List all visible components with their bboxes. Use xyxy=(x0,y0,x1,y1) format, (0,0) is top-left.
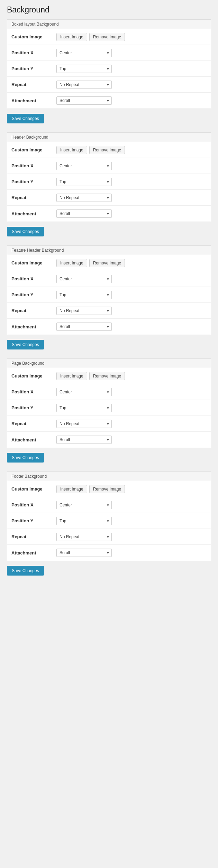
save-changes-button-page[interactable]: Save Changes xyxy=(7,453,44,463)
position-y-row-page: Position YTopCenterBottom▼ xyxy=(7,400,211,416)
repeat-row-boxed: RepeatNo RepeatRepeatRepeat XRepeat Y▼ xyxy=(7,77,211,93)
attachment-select-wrap-feature-header: ScrollFixed▼ xyxy=(56,323,112,331)
attachment-row-page: AttachmentScrollFixed▼ xyxy=(7,432,211,448)
attachment-select-feature-header[interactable]: ScrollFixed xyxy=(56,323,112,331)
repeat-row-header: RepeatNo RepeatRepeatRepeat XRepeat Y▼ xyxy=(7,190,211,206)
insert-image-button-boxed[interactable]: Insert Image xyxy=(56,33,87,41)
repeat-label-header: Repeat xyxy=(11,195,56,200)
position-x-select-footer[interactable]: LeftCenterRight xyxy=(56,501,112,509)
attachment-row-boxed: AttachmentScrollFixed▼ xyxy=(7,93,211,109)
save-changes-button-boxed[interactable]: Save Changes xyxy=(7,114,44,123)
custom-image-row-footer: Custom ImageInsert ImageRemove Image xyxy=(7,481,211,497)
custom-image-label-page: Custom Image xyxy=(11,373,56,379)
repeat-select-feature-header[interactable]: No RepeatRepeatRepeat XRepeat Y xyxy=(56,307,112,315)
custom-image-row-header: Custom ImageInsert ImageRemove Image xyxy=(7,142,211,158)
attachment-row-header: AttachmentScrollFixed▼ xyxy=(7,206,211,222)
position-y-select-wrap-header: TopCenterBottom▼ xyxy=(56,178,112,186)
custom-image-label-footer: Custom Image xyxy=(11,486,56,492)
repeat-control-feature-header: No RepeatRepeatRepeat XRepeat Y▼ xyxy=(56,307,207,315)
position-y-select-boxed[interactable]: TopCenterBottom xyxy=(56,65,112,73)
position-x-select-feature-header[interactable]: LeftCenterRight xyxy=(56,275,112,283)
position-y-row-footer: Position YTopCenterBottom▼ xyxy=(7,513,211,529)
attachment-select-boxed[interactable]: ScrollFixed xyxy=(56,96,112,105)
position-y-label-footer: Position Y xyxy=(11,518,56,523)
position-y-select-wrap-feature-header: TopCenterBottom▼ xyxy=(56,291,112,299)
position-y-label-page: Position Y xyxy=(11,405,56,410)
custom-image-control-page: Insert ImageRemove Image xyxy=(56,372,207,380)
position-y-select-feature-header[interactable]: TopCenterBottom xyxy=(56,291,112,299)
insert-image-button-footer[interactable]: Insert Image xyxy=(56,485,87,493)
attachment-control-boxed: ScrollFixed▼ xyxy=(56,96,207,105)
attachment-select-footer[interactable]: ScrollFixed xyxy=(56,549,112,557)
insert-image-button-header[interactable]: Insert Image xyxy=(56,146,87,154)
repeat-select-boxed[interactable]: No RepeatRepeatRepeat XRepeat Y xyxy=(56,81,112,89)
attachment-select-page[interactable]: ScrollFixed xyxy=(56,436,112,444)
position-x-row-page: Position XLeftCenterRight▼ xyxy=(7,384,211,400)
section-header-page: Page Background xyxy=(7,359,211,368)
remove-image-button-boxed[interactable]: Remove Image xyxy=(89,33,125,41)
repeat-select-header[interactable]: No RepeatRepeatRepeat XRepeat Y xyxy=(56,194,112,202)
custom-image-control-boxed: Insert ImageRemove Image xyxy=(56,33,207,41)
repeat-control-header: No RepeatRepeatRepeat XRepeat Y▼ xyxy=(56,194,207,202)
repeat-row-page: RepeatNo RepeatRepeatRepeat XRepeat Y▼ xyxy=(7,416,211,432)
attachment-control-footer: ScrollFixed▼ xyxy=(56,549,207,557)
custom-image-control-footer: Insert ImageRemove Image xyxy=(56,485,207,493)
attachment-select-header[interactable]: ScrollFixed xyxy=(56,209,112,218)
save-changes-button-footer[interactable]: Save Changes xyxy=(7,566,44,576)
position-y-control-page: TopCenterBottom▼ xyxy=(56,404,207,412)
position-x-select-wrap-header: LeftCenterRight▼ xyxy=(56,162,112,170)
repeat-label-page: Repeat xyxy=(11,421,56,426)
position-y-select-page[interactable]: TopCenterBottom xyxy=(56,404,112,412)
position-x-select-boxed[interactable]: LeftCenterRight xyxy=(56,49,112,57)
remove-image-button-feature-header[interactable]: Remove Image xyxy=(89,259,125,267)
position-x-row-header: Position XLeftCenterRight▼ xyxy=(7,158,211,174)
insert-image-button-feature-header[interactable]: Insert Image xyxy=(56,259,87,267)
attachment-row-footer: AttachmentScrollFixed▼ xyxy=(7,545,211,561)
position-y-control-footer: TopCenterBottom▼ xyxy=(56,517,207,525)
position-x-select-wrap-footer: LeftCenterRight▼ xyxy=(56,501,112,509)
custom-image-label-header: Custom Image xyxy=(11,147,56,152)
custom-image-row-page: Custom ImageInsert ImageRemove Image xyxy=(7,368,211,384)
position-y-row-feature-header: Position YTopCenterBottom▼ xyxy=(7,287,211,303)
position-x-label-page: Position X xyxy=(11,389,56,394)
repeat-label-footer: Repeat xyxy=(11,534,56,539)
section-page: Page BackgroundCustom ImageInsert ImageR… xyxy=(7,358,211,448)
custom-image-label-feature-header: Custom Image xyxy=(11,260,56,265)
custom-image-control-feature-header: Insert ImageRemove Image xyxy=(56,259,207,267)
position-y-select-footer[interactable]: TopCenterBottom xyxy=(56,517,112,525)
position-x-select-page[interactable]: LeftCenterRight xyxy=(56,388,112,396)
repeat-select-wrap-feature-header: No RepeatRepeatRepeat XRepeat Y▼ xyxy=(56,307,112,315)
position-x-control-footer: LeftCenterRight▼ xyxy=(56,501,207,509)
position-x-select-wrap-boxed: LeftCenterRight▼ xyxy=(56,49,112,57)
remove-image-button-footer[interactable]: Remove Image xyxy=(89,485,125,493)
position-x-row-boxed: Position XLeftCenterRight▼ xyxy=(7,45,211,61)
position-y-label-boxed: Position Y xyxy=(11,66,56,71)
position-x-select-header[interactable]: LeftCenterRight xyxy=(56,162,112,170)
position-x-row-footer: Position XLeftCenterRight▼ xyxy=(7,497,211,513)
attachment-control-page: ScrollFixed▼ xyxy=(56,436,207,444)
attachment-label-footer: Attachment xyxy=(11,550,56,556)
position-x-control-boxed: LeftCenterRight▼ xyxy=(56,49,207,57)
position-x-select-wrap-page: LeftCenterRight▼ xyxy=(56,388,112,396)
section-footer: Footer BackgroundCustom ImageInsert Imag… xyxy=(7,472,211,561)
position-y-select-header[interactable]: TopCenterBottom xyxy=(56,178,112,186)
repeat-select-footer[interactable]: No RepeatRepeatRepeat XRepeat Y xyxy=(56,533,112,541)
position-x-control-feature-header: LeftCenterRight▼ xyxy=(56,275,207,283)
position-x-row-feature-header: Position XLeftCenterRight▼ xyxy=(7,271,211,287)
remove-image-button-page[interactable]: Remove Image xyxy=(89,372,125,380)
repeat-row-feature-header: RepeatNo RepeatRepeatRepeat XRepeat Y▼ xyxy=(7,303,211,319)
save-changes-button-feature-header[interactable]: Save Changes xyxy=(7,340,44,349)
attachment-select-wrap-footer: ScrollFixed▼ xyxy=(56,549,112,557)
attachment-control-feature-header: ScrollFixed▼ xyxy=(56,323,207,331)
remove-image-button-header[interactable]: Remove Image xyxy=(89,146,125,154)
repeat-select-wrap-footer: No RepeatRepeatRepeat XRepeat Y▼ xyxy=(56,533,112,541)
position-y-select-wrap-boxed: TopCenterBottom▼ xyxy=(56,65,112,73)
save-changes-button-header[interactable]: Save Changes xyxy=(7,227,44,236)
repeat-select-page[interactable]: No RepeatRepeatRepeat XRepeat Y xyxy=(56,420,112,428)
position-x-label-footer: Position X xyxy=(11,502,56,507)
position-x-select-wrap-feature-header: LeftCenterRight▼ xyxy=(56,275,112,283)
repeat-control-footer: No RepeatRepeatRepeat XRepeat Y▼ xyxy=(56,533,207,541)
position-x-label-header: Position X xyxy=(11,163,56,168)
insert-image-button-page[interactable]: Insert Image xyxy=(56,372,87,380)
attachment-select-wrap-page: ScrollFixed▼ xyxy=(56,436,112,444)
